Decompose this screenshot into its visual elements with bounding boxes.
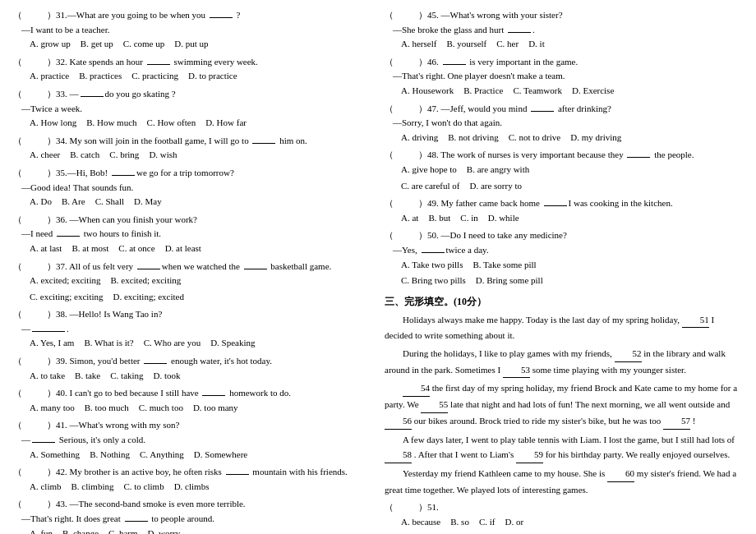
q51-optA: A. because bbox=[401, 515, 440, 530]
blank-p52: 52 bbox=[615, 346, 642, 362]
q37-optD: D. exciting; excited bbox=[113, 290, 184, 305]
q38-optB: B. What is it? bbox=[84, 336, 133, 351]
q34-stem: ）34. My son will join in the football ga… bbox=[47, 134, 307, 149]
q33-optB: B. How much bbox=[86, 116, 136, 131]
q34-optB: B. catch bbox=[70, 148, 99, 163]
q33-dialog: —Twice a week. bbox=[13, 102, 371, 117]
q51-optB: B. so bbox=[450, 515, 469, 530]
q32-num bbox=[22, 55, 45, 70]
q32-stem: ）32. Kate spends an hour swimming every … bbox=[47, 55, 258, 70]
blank-p59: 59 bbox=[516, 447, 543, 463]
blank-47 bbox=[531, 111, 554, 112]
q43-optC: C. harm bbox=[108, 527, 137, 534]
q48-num bbox=[394, 148, 417, 163]
q35-optD: D. May bbox=[134, 195, 162, 209]
q48-paren-open: （ bbox=[385, 148, 394, 163]
blank-48 bbox=[627, 157, 650, 158]
q49-optC: C. in bbox=[460, 211, 477, 226]
q51-optD: D. or bbox=[505, 515, 523, 530]
blank-45 bbox=[508, 32, 531, 33]
q37-optA: A. excited; exciting bbox=[30, 274, 100, 288]
question-34: （ ）34. My son will join in the football … bbox=[13, 134, 371, 163]
q36-optA: A. at last bbox=[30, 242, 62, 256]
q50-paren-open: （ bbox=[385, 228, 394, 243]
q36-optC: C. at once bbox=[118, 242, 154, 256]
q36-dialog: —I need two hours to finish it. bbox=[13, 227, 371, 242]
q46-paren-open: （ bbox=[385, 55, 394, 70]
q37-optB: B. excited; exciting bbox=[110, 274, 181, 288]
question-37: （ ）37. All of us felt very when we watch… bbox=[13, 260, 371, 305]
blank-39 bbox=[144, 363, 167, 364]
q46-dialog: —That's right. One player doesn't make a… bbox=[385, 69, 743, 84]
question-46: （ ）46. is very important in the game. —T… bbox=[385, 55, 743, 99]
passage: Holidays always make me happy. Today is … bbox=[385, 312, 743, 498]
q42-stem: ）42. My brother is an active boy, he oft… bbox=[47, 465, 348, 480]
q43-num bbox=[22, 497, 45, 512]
q32-paren-open: （ bbox=[13, 55, 22, 70]
q38-dialog: —. bbox=[13, 322, 371, 337]
blank-33 bbox=[81, 96, 104, 97]
q46-optB: B. Practice bbox=[463, 84, 503, 99]
blank-46 bbox=[443, 64, 466, 65]
q51-stem: ）51. bbox=[418, 500, 439, 515]
q50-optB: B. Take some pill bbox=[472, 258, 536, 273]
q47-optD: D. my driving bbox=[570, 131, 621, 145]
q47-optB: B. not driving bbox=[448, 131, 498, 145]
q47-paren-open: （ bbox=[385, 102, 394, 117]
q41-stem: ）41. —What's wrong with my son? bbox=[47, 418, 179, 433]
q39-paren-open: （ bbox=[13, 354, 22, 369]
q46-stem: ）46. is very important in the game. bbox=[418, 55, 578, 70]
blank-p60: 60 bbox=[607, 466, 634, 482]
blank-32 bbox=[147, 64, 170, 65]
q43-optB: B. change bbox=[62, 527, 99, 534]
question-48: （ ）48. The work of nurses is very import… bbox=[385, 148, 743, 193]
q35-stem: ）35.—Hi, Bob! we go for a trip tomorrow? bbox=[47, 166, 234, 181]
q32-optC: C. practicing bbox=[131, 69, 178, 84]
q32-optA: A. practice bbox=[30, 69, 69, 84]
question-35: （ ）35.—Hi, Bob! we go for a trip tomorro… bbox=[13, 166, 371, 209]
section-3-title: 三、完形填空。(10分） bbox=[385, 295, 743, 309]
q41-optB: B. Nothing bbox=[90, 448, 130, 463]
blank-35 bbox=[112, 175, 135, 176]
q31-optD: D. put up bbox=[174, 37, 208, 52]
q50-optA: A. Take two pills bbox=[401, 258, 463, 273]
passage-p1: Holidays always make me happy. Today is … bbox=[385, 312, 743, 343]
q38-optA: A. Yes, I am bbox=[30, 336, 74, 351]
q42-paren-open: （ bbox=[13, 465, 22, 480]
q49-optB: B. but bbox=[428, 211, 450, 226]
q45-optC: C. her bbox=[496, 37, 519, 52]
q40-optC: C. much too bbox=[139, 401, 183, 416]
q36-paren-open: （ bbox=[13, 213, 22, 228]
q33-num bbox=[22, 87, 45, 102]
q45-optD: D. it bbox=[528, 37, 545, 52]
q47-num bbox=[394, 102, 417, 117]
q50-optC: C. Bring two pills bbox=[401, 274, 466, 288]
q41-optC: C. Anything bbox=[140, 448, 184, 463]
q37-optC: C. exciting; exciting bbox=[30, 290, 104, 305]
blank-31 bbox=[210, 17, 233, 18]
question-32: （ ）32. Kate spends an hour swimming ever… bbox=[13, 55, 371, 84]
question-36: （ ）36. —When can you finish your work? —… bbox=[13, 213, 371, 256]
q38-stem: ）38. —Hello! Is Wang Tao in? bbox=[47, 307, 162, 322]
q50-optD: D. Bring some pill bbox=[476, 274, 543, 288]
q40-optA: A. many too bbox=[30, 401, 75, 416]
q47-stem: ）47. —Jeff, would you mind after drinkin… bbox=[418, 102, 611, 117]
blank-p55: 55 bbox=[421, 397, 448, 413]
q49-paren-open: （ bbox=[385, 196, 394, 211]
q50-num bbox=[394, 228, 417, 243]
q35-optA: A. Do bbox=[30, 195, 52, 209]
question-50: （ ）50. —Do I need to take any medicine? … bbox=[385, 228, 743, 288]
q38-optD: D. Speaking bbox=[210, 336, 255, 351]
q51-num bbox=[394, 500, 417, 515]
q36-optD: D. at least bbox=[165, 242, 201, 256]
question-41: （ ）41. —What's wrong with my son? — Seri… bbox=[13, 418, 371, 462]
blank-36 bbox=[57, 236, 80, 237]
blank-37b bbox=[244, 269, 267, 269]
q50-dialog: —Yes, twice a day. bbox=[385, 243, 743, 258]
blank-p51: 51 bbox=[682, 312, 709, 329]
question-43: （ ）43. —The second-band smoke is even mo… bbox=[13, 497, 371, 534]
q49-optA: A. at bbox=[401, 211, 418, 226]
q39-optC: C. taking bbox=[110, 369, 143, 384]
q41-dialog: — Serious, it's only a cold. bbox=[13, 433, 371, 448]
q42-optC: C. to climb bbox=[123, 480, 164, 495]
